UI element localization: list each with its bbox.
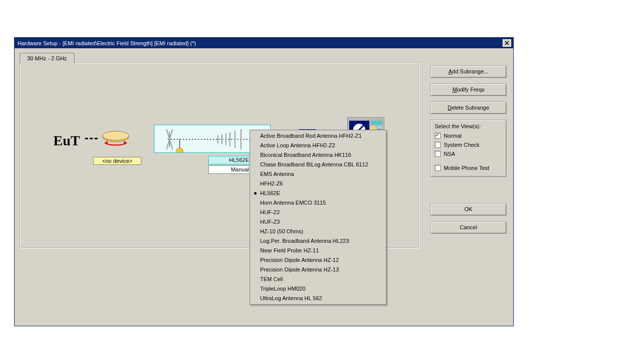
menu-item[interactable]: Log.Per. Broadband Antenna HL223 (250, 236, 386, 246)
tab-freq-range[interactable]: 30 MHz - 2 GHz (20, 53, 74, 63)
close-button[interactable] (503, 39, 511, 47)
hardware-setup-window: Hardware Setup - [EMI radiated\Electric … (14, 37, 514, 326)
menu-item[interactable]: HUF-Z2 (250, 208, 386, 217)
checkbox-icon (435, 142, 441, 148)
svg-point-3 (103, 131, 129, 140)
btn-label: elete Subrange (452, 105, 490, 111)
close-icon (505, 41, 509, 45)
svg-marker-5 (124, 141, 127, 145)
antenna-select-field[interactable]: HL562E (208, 156, 253, 164)
delete-subrange-button[interactable]: Delete Subrange (430, 102, 507, 114)
add-subrange-button[interactable]: Add Subrange... (430, 65, 507, 78)
menu-item[interactable]: Biconical Broadband Antenna HK116 (250, 150, 386, 160)
window-title: Hardware Setup - [EMI radiated\Electric … (18, 40, 503, 46)
menu-item[interactable]: Near Field Probe HZ-11 (250, 246, 386, 255)
eut-dash-icon (85, 138, 98, 139)
view-label: Mobile Phone Test (444, 165, 489, 171)
menu-item[interactable]: HUF-Z3 (250, 217, 386, 227)
menu-item[interactable]: TripleLoop HM020 (250, 284, 386, 294)
modify-freqs-button[interactable]: Modify Freqs (430, 83, 507, 96)
btn-label: odify Freqs (457, 86, 484, 93)
antenna-mode-field[interactable]: Manual (208, 165, 253, 174)
menu-item[interactable]: Active Loop Antenna HFH2-Z2 (250, 141, 386, 150)
menu-item[interactable]: UltraLog Antenna HL 562 (250, 294, 386, 303)
menu-item[interactable]: HFH2-Z6 (250, 179, 386, 189)
menu-item[interactable]: HL562E (250, 189, 386, 198)
view-label: System Check (444, 142, 479, 148)
menu-item[interactable]: Active Broadband Rod Antenna HFH2-Z1 (250, 131, 386, 141)
view-nsa-checkbox[interactable]: NSA (435, 149, 502, 158)
turntable-device-field[interactable]: <no device> (93, 157, 141, 165)
svg-point-17 (176, 148, 183, 152)
svg-rect-23 (370, 121, 382, 125)
menu-item[interactable]: HZ-10 (50 Ohms) (250, 227, 386, 236)
views-header: Select the View(s): (435, 123, 502, 129)
menu-item[interactable]: TEM Cell (250, 275, 386, 284)
eut-label: EuT (53, 133, 80, 149)
view-system-check-checkbox[interactable]: System Check (435, 140, 502, 149)
svg-marker-4 (105, 141, 108, 145)
view-label: NSA (444, 151, 455, 157)
menu-item[interactable]: Precision Dipole Antenna HZ-12 (250, 255, 386, 265)
view-mobile-phone-checkbox[interactable]: Mobile Phone Test (435, 163, 502, 172)
views-groupbox: Select the View(s): Normal System Check … (430, 120, 507, 177)
titlebar: Hardware Setup - [EMI radiated\Electric … (15, 38, 513, 48)
btn-label: dd Subrange... (452, 68, 489, 74)
cancel-button[interactable]: Cancel (430, 221, 507, 234)
menu-item[interactable]: EMS Antenna (250, 169, 386, 179)
right-column: Add Subrange... Modify Freqs Delete Subr… (430, 65, 507, 239)
ok-button[interactable]: OK (430, 203, 507, 216)
view-normal-checkbox[interactable]: Normal (435, 131, 502, 140)
checkbox-icon (435, 151, 441, 157)
menu-item[interactable]: Precision Dipole Antenna HZ-13 (250, 265, 386, 275)
menu-item[interactable]: Horn Antenna EMCO 3115 (250, 198, 386, 208)
view-label: Normal (444, 133, 461, 139)
antenna-dropdown-menu: Active Broadband Rod Antenna HFH2-Z1Acti… (250, 130, 386, 305)
dialog-body: 30 MHz - 2 GHz EuT <no device> (15, 48, 513, 326)
menu-item[interactable]: Chase Broadband BiLog Antenna CBL 6112 (250, 160, 386, 169)
turntable-icon (99, 130, 133, 150)
antenna-fields: HL562E Manual (208, 156, 253, 175)
checkbox-icon (435, 133, 441, 139)
checkbox-icon (435, 165, 441, 171)
